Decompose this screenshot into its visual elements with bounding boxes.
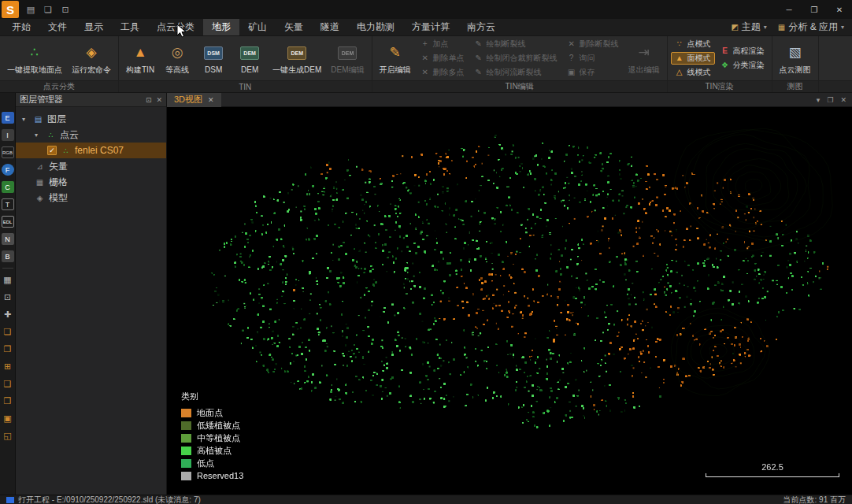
- draw-closed-breakline-button[interactable]: ✎ 绘制闭合裁剪断裂线: [470, 52, 561, 65]
- open-folder-icon[interactable]: ❏: [40, 2, 56, 17]
- viewport-close-icon[interactable]: ✕: [840, 96, 846, 104]
- render-options-icon[interactable]: ▦: [2, 274, 14, 286]
- viewport-layout-3-icon[interactable]: ⊞: [2, 361, 14, 372]
- tree-row-vector[interactable]: ⊿ 矢量: [16, 158, 166, 174]
- analysis-menu[interactable]: ▦ 分析 & 应用 ▾: [778, 20, 844, 34]
- ribbon-group-tin: ▲ 构建TIN ◎ 等高线 DSM DSM DEM DEM DEM 一键生成DE…: [119, 36, 372, 92]
- pointcloud-canvas[interactable]: [167, 107, 852, 495]
- intensity-mode-icon[interactable]: I: [2, 129, 14, 141]
- main-area: E I RGB F C T EDL N B ▦ ⊡ ✚ ❏ ❐ ⊞ ❑ ❒ ▣ …: [0, 93, 852, 495]
- status-project-path: 打开工程 - E:/0910/250922/250922.sld (未读消息: …: [18, 495, 201, 504]
- float-window-icon[interactable]: ❐: [827, 96, 833, 104]
- dsm-icon: DSM: [204, 43, 223, 64]
- tree-row-model[interactable]: ◈ 模型: [16, 190, 166, 206]
- legend-row-ground: 地面点: [181, 406, 243, 419]
- one-key-dem-button[interactable]: DEM 一键生成DEM: [269, 38, 325, 79]
- contour-button[interactable]: ◎ 等高线: [160, 38, 194, 79]
- tree-label-vector: 矢量: [49, 160, 68, 173]
- blend-mode-icon[interactable]: B: [2, 250, 14, 262]
- menu-item-file[interactable]: 文件: [39, 19, 76, 35]
- one-key-dem-icon: DEM: [287, 43, 306, 64]
- classification-mode-icon[interactable]: C: [2, 181, 14, 193]
- legend-row-reserved13: Reserved13: [181, 469, 243, 482]
- edl-mode-icon[interactable]: EDL: [2, 216, 14, 228]
- start-edit-button[interactable]: ✎ 开启编辑: [376, 38, 415, 79]
- delete-point-label: 删除单点: [433, 54, 465, 63]
- line-mode-button[interactable]: △ 线模式: [671, 66, 715, 79]
- menu-item-tunnel[interactable]: 隧道: [312, 19, 348, 35]
- face-mode-button[interactable]: ▲ 面模式: [671, 52, 715, 65]
- viewport-layout-6-icon[interactable]: ▣: [2, 413, 14, 424]
- pan-tool-icon[interactable]: ✚: [2, 309, 14, 321]
- point-mode-button[interactable]: ∵ 点模式: [671, 38, 715, 50]
- elevation-render-button[interactable]: E 高程渲染: [717, 45, 769, 57]
- measure-tool-icon[interactable]: ⊡: [2, 291, 14, 303]
- query-button[interactable]: ? 询问: [563, 52, 623, 65]
- t-mode-icon[interactable]: T: [2, 198, 14, 210]
- menu-item-display[interactable]: 显示: [76, 19, 112, 35]
- menu-item-south-cloud[interactable]: 南方云: [458, 19, 504, 35]
- delete-point-button[interactable]: ✕ 删除单点: [417, 52, 469, 65]
- group-label-tin-render: TIN渲染: [668, 80, 772, 92]
- minimize-button[interactable]: ─: [776, 0, 802, 19]
- menu-item-tools[interactable]: 工具: [112, 19, 148, 35]
- menu-item-volume[interactable]: 方量计算: [403, 19, 458, 35]
- menu-item-mine[interactable]: 矿山: [239, 19, 276, 35]
- menu-item-terrain[interactable]: 地形: [203, 19, 239, 35]
- viewport-layout-5-icon[interactable]: ❒: [2, 395, 14, 407]
- face-mode-icon: ▲: [675, 54, 684, 63]
- tree-row-raster[interactable]: ▦ 栅格: [16, 174, 166, 190]
- tree-row-fenlei-cs07[interactable]: ✓ ∴ fenlei CS07: [16, 143, 166, 158]
- extract-ground-button[interactable]: ∴ 一键提取地面点: [3, 38, 66, 79]
- caret-down-icon[interactable]: ▾: [35, 132, 42, 139]
- dem-button[interactable]: DEM DEM: [232, 38, 267, 79]
- viewport-layout-7-icon[interactable]: ◱: [2, 430, 14, 442]
- menu-item-vector[interactable]: 矢量: [276, 19, 312, 35]
- layer-visibility-checkbox[interactable]: ✓: [47, 146, 57, 155]
- exit-edit-button[interactable]: ⇥ 退出编辑: [624, 38, 664, 79]
- dsm-button[interactable]: DSM DSM: [196, 38, 231, 79]
- dem-edit-button[interactable]: DEM DEM编辑: [327, 38, 368, 79]
- viewport-layout-1-icon[interactable]: ❏: [2, 326, 14, 338]
- layer-panel-header: 图层管理器 ⊡ ✕: [16, 93, 166, 107]
- new-file-icon[interactable]: ▤: [23, 2, 39, 17]
- menu-item-classification[interactable]: 点云分类: [148, 19, 203, 35]
- panel-close-icon[interactable]: ✕: [156, 96, 162, 104]
- menu-item-power-survey[interactable]: 电力勘测: [348, 19, 403, 35]
- chevron-down-icon: ▾: [841, 24, 844, 31]
- elevation-mode-icon[interactable]: E: [2, 112, 14, 124]
- point-mode-icon: ∵: [675, 39, 684, 49]
- tree-row-pointcloud[interactable]: ▾ ∴ 点云: [16, 127, 166, 143]
- normal-mode-icon[interactable]: N: [2, 233, 14, 245]
- maximize-button[interactable]: ❐: [802, 0, 827, 19]
- draw-river-breakline-button[interactable]: ✎ 绘制河流断裂线: [470, 66, 561, 79]
- draw-breakline-button[interactable]: ✎ 绘制断裂线: [470, 38, 561, 50]
- add-point-button[interactable]: + 加点: [417, 38, 469, 50]
- caret-down-icon[interactable]: ▾: [22, 116, 29, 123]
- tab-dropdown-icon[interactable]: ▾: [817, 96, 821, 104]
- rgb-mode-icon[interactable]: RGB: [2, 146, 14, 158]
- pin-icon[interactable]: ⊡: [146, 96, 152, 104]
- viewport-layout-2-icon[interactable]: ❐: [2, 343, 14, 355]
- class-render-button[interactable]: ❖ 分类渲染: [717, 59, 769, 72]
- model-icon: ◈: [35, 194, 45, 202]
- delete-breakline-button[interactable]: ✕ 删除断裂线: [563, 38, 623, 50]
- layer-tree: ▾ ▤ 图层 ▾ ∴ 点云 ✓ ∴ fenlei CS07 ⊿ 矢量 ▦ 栅格: [16, 107, 166, 206]
- theme-menu[interactable]: ◩ 主题 ▾: [731, 20, 766, 34]
- menu-item-start[interactable]: 开始: [3, 19, 39, 35]
- build-tin-button[interactable]: ▲ 构建TIN: [122, 38, 158, 79]
- close-button[interactable]: ✕: [827, 0, 852, 19]
- pc-mapping-button[interactable]: ▧ 点云测图: [776, 38, 815, 79]
- save-icon[interactable]: ⊡: [57, 2, 73, 17]
- legend-swatch-low-veg: [181, 421, 191, 430]
- tree-row-layers[interactable]: ▾ ▤ 图层: [16, 111, 166, 127]
- delete-points-button[interactable]: ✕ 删除多点: [417, 66, 469, 79]
- tab-close-icon[interactable]: ✕: [208, 96, 214, 104]
- f-mode-icon[interactable]: F: [2, 164, 14, 176]
- save-edit-button[interactable]: ▣ 保存: [563, 66, 623, 79]
- tab-3d-view[interactable]: 3D视图 ✕: [167, 93, 221, 107]
- viewport-layout-4-icon[interactable]: ❑: [2, 378, 14, 390]
- 3d-canvas-area[interactable]: 类别 地面点 低矮植被点 中等植被点 高植被点: [167, 107, 852, 495]
- legend-label-low-point: 低点: [197, 458, 214, 469]
- run-macro-button[interactable]: ◈ 运行宏命令: [68, 38, 115, 79]
